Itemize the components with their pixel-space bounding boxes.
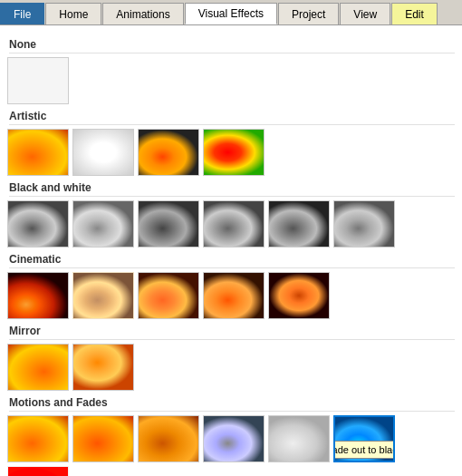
effect-mir2[interactable]	[72, 344, 134, 391]
section-mf-row: Fade out to black	[7, 415, 455, 476]
tab-home[interactable]: Home	[45, 3, 101, 24]
effect-mf7[interactable]	[7, 466, 69, 476]
section-bw-header: Black and white	[9, 181, 455, 197]
tab-animations[interactable]: Animations	[102, 3, 183, 24]
effects-panel: None Artistic Black and white Cinematic	[0, 25, 462, 476]
effect-none[interactable]	[7, 57, 69, 104]
section-cinematic-header: Cinematic	[9, 253, 455, 268]
tooltip-fade-out-black: Fade out to black	[333, 441, 395, 459]
effect-cin2[interactable]	[72, 272, 134, 319]
effect-bw1[interactable]	[7, 200, 69, 248]
effect-bw4[interactable]	[203, 200, 265, 248]
effect-art3[interactable]	[138, 129, 199, 176]
section-bw-row	[7, 200, 455, 248]
effect-art1[interactable]	[7, 129, 69, 176]
section-artistic-header: Artistic	[9, 110, 455, 125]
tab-edit[interactable]: Edit	[391, 3, 438, 24]
effect-art4[interactable]	[203, 129, 265, 176]
section-cinematic-row	[7, 272, 455, 319]
section-none-row	[7, 57, 455, 104]
effect-bw2[interactable]	[72, 200, 134, 248]
tab-visual-effects[interactable]: Visual Effects	[185, 3, 277, 24]
effect-cin3[interactable]	[138, 272, 199, 319]
effect-mf5[interactable]	[268, 415, 330, 462]
tab-view[interactable]: View	[340, 3, 390, 24]
effect-mf1[interactable]	[7, 415, 69, 462]
effect-mf3[interactable]	[138, 415, 199, 462]
tab-bar: File Home Animations Visual Effects Proj…	[0, 0, 462, 25]
section-mf-header: Motions and Fades	[9, 396, 455, 412]
section-mirror-row	[7, 344, 455, 391]
effect-bw3[interactable]	[138, 200, 199, 248]
section-none-header: None	[9, 38, 455, 53]
section-artistic-row	[7, 129, 455, 176]
app-window: File Home Animations Visual Effects Proj…	[0, 0, 462, 476]
effect-cin1[interactable]	[7, 272, 69, 319]
effect-bw5[interactable]	[268, 200, 330, 248]
effect-cin5[interactable]	[268, 272, 330, 319]
effect-mf4[interactable]	[203, 415, 265, 462]
effect-bw6[interactable]	[333, 200, 395, 248]
effect-mf6[interactable]: Fade out to black	[333, 415, 395, 462]
effect-art2[interactable]	[72, 129, 134, 176]
section-mirror-header: Mirror	[9, 325, 455, 340]
tab-file[interactable]: File	[0, 3, 44, 24]
tab-project[interactable]: Project	[278, 3, 339, 24]
effect-mf2[interactable]	[72, 415, 134, 462]
effect-cin4[interactable]	[203, 272, 265, 319]
effect-mir1[interactable]	[7, 344, 69, 391]
